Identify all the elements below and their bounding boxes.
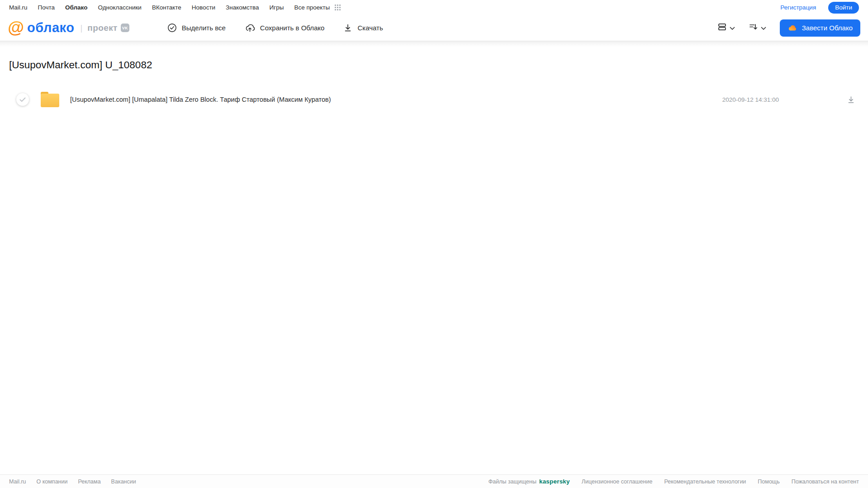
mailru-at-icon: @: [8, 19, 24, 36]
create-cloud-label: Завести Облако: [802, 24, 853, 32]
cloud-logo[interactable]: @ облако | проект VK: [8, 19, 129, 36]
file-row[interactable]: [UsupovMarket.com] [Umapalata] Tilda Zer…: [9, 89, 859, 110]
save-to-cloud-label: Сохранить в Облако: [260, 24, 325, 32]
download-label: Скачать: [357, 24, 383, 32]
registration-link[interactable]: Регистрация: [780, 4, 816, 11]
portal-link-all-projects[interactable]: Все проекты: [294, 4, 330, 11]
save-to-cloud-button[interactable]: Сохранить в Облако: [245, 23, 325, 33]
header: @ облако | проект VK Выделить все: [0, 15, 868, 41]
row-download-icon[interactable]: [847, 95, 855, 104]
portal-link-news[interactable]: Новости: [192, 4, 215, 11]
download-icon: [343, 23, 352, 33]
footer-link-report[interactable]: Пожаловаться на контент: [792, 479, 859, 485]
portal-link-cloud[interactable]: Облако: [65, 4, 87, 11]
create-cloud-button[interactable]: Завести Облако: [780, 19, 860, 37]
portal-link-games[interactable]: Игры: [270, 4, 284, 11]
view-controls: [717, 22, 766, 33]
sort-icon: [749, 22, 758, 33]
view-mode-dropdown[interactable]: [717, 22, 735, 33]
chevron-down-icon: [761, 24, 766, 32]
cloud-orange-icon: [787, 24, 797, 33]
check-circle-icon: [167, 23, 177, 33]
footer-link-license[interactable]: Лицензионное соглашение: [582, 479, 653, 485]
folder-icon[interactable]: [41, 92, 59, 107]
footer-link-mailru[interactable]: Mail.ru: [9, 479, 26, 485]
portal-link-mail[interactable]: Почта: [38, 4, 55, 11]
check-icon: [19, 97, 26, 102]
footer-link-ads[interactable]: Реклама: [78, 479, 100, 485]
project-label: проект: [87, 23, 117, 33]
page-title: [UsupovMarket.com] U_108082: [9, 59, 859, 71]
footer-link-jobs[interactable]: Вакансии: [111, 479, 136, 485]
files-protected-label: Файлы защищены: [489, 479, 536, 485]
row-checkbox[interactable]: [16, 93, 29, 106]
file-name[interactable]: [UsupovMarket.com] [Umapalata] Tilda Zer…: [70, 96, 331, 103]
chevron-down-icon: [730, 24, 735, 32]
logo-divider: |: [80, 23, 82, 33]
select-all-label: Выделить все: [182, 24, 226, 32]
toolbar: Выделить все Сохранить в Облако Скач: [167, 23, 383, 33]
list-view-icon: [717, 22, 727, 33]
footer-link-recommendations[interactable]: Рекомендательные технологии: [664, 479, 746, 485]
logo-wordmark: облако: [27, 20, 74, 35]
portal-link-mailru[interactable]: Mail.ru: [9, 4, 28, 11]
header-shadow: [0, 41, 868, 47]
footer: Mail.ru О компании Реклама Вакансии Файл…: [0, 474, 868, 488]
footer-link-help[interactable]: Помощь: [758, 479, 779, 485]
sort-dropdown[interactable]: [749, 22, 766, 33]
file-date: 2020-09-12 14:31:00: [722, 96, 779, 103]
portal-link-vkontakte[interactable]: ВКонтакте: [152, 4, 181, 11]
login-button[interactable]: Войти: [828, 2, 859, 14]
apps-grid-icon[interactable]: [335, 5, 341, 10]
kaspersky-logo[interactable]: kaspersky: [539, 478, 570, 485]
select-all-button[interactable]: Выделить все: [167, 23, 226, 33]
download-button[interactable]: Скачать: [343, 23, 383, 33]
cloud-upload-icon: [245, 23, 255, 33]
vk-icon: VK: [121, 24, 129, 32]
portal-nav: Mail.ru Почта Облако Одноклассники ВКонт…: [0, 0, 868, 15]
main-content: [UsupovMarket.com] U_108082 [UsupovMarke…: [0, 59, 868, 110]
portal-link-odnoklassniki[interactable]: Одноклассники: [98, 4, 141, 11]
footer-link-about[interactable]: О компании: [37, 479, 68, 485]
portal-link-dating[interactable]: Знакомства: [226, 4, 259, 11]
